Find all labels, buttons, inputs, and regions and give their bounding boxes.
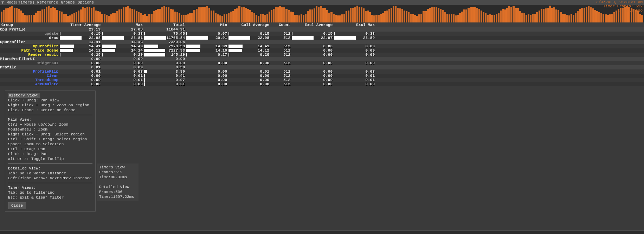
frame-bar[interactable]	[217, 14, 219, 22]
frame-bar[interactable]	[359, 7, 360, 22]
frame-bar[interactable]	[517, 8, 519, 22]
frame-bar[interactable]	[449, 14, 450, 22]
frame-bar[interactable]	[3, 10, 5, 22]
frame-bar[interactable]	[224, 14, 225, 22]
frame-bar[interactable]	[504, 9, 506, 22]
frame-bar[interactable]	[613, 12, 615, 22]
frame-bar[interactable]	[191, 13, 193, 22]
frame-bar[interactable]	[292, 12, 294, 22]
frame-bar[interactable]	[397, 8, 399, 22]
frame-bar[interactable]	[425, 11, 427, 22]
frame-bar[interactable]	[127, 6, 129, 22]
frame-bar[interactable]	[59, 11, 60, 22]
frame-bar[interactable]	[131, 9, 133, 22]
frame-bar[interactable]	[446, 14, 448, 22]
frame-bar[interactable]	[33, 15, 34, 22]
frame-bar[interactable]	[528, 14, 529, 22]
frame-bar[interactable]	[539, 11, 540, 22]
frame-bar[interactable]	[468, 8, 469, 22]
frame-bar[interactable]	[106, 15, 108, 22]
frame-bar[interactable]	[575, 13, 577, 22]
frame-bar[interactable]	[288, 10, 290, 22]
frame-bar[interactable]	[412, 14, 414, 22]
frame-bar[interactable]	[603, 14, 604, 22]
frame-bar[interactable]	[420, 14, 422, 22]
frame-bar[interactable]	[562, 14, 564, 22]
frame-bar[interactable]	[166, 7, 167, 22]
frame-bar[interactable]	[373, 15, 375, 22]
frame-bar[interactable]	[485, 13, 487, 22]
frame-bar[interactable]	[316, 6, 317, 22]
frame-bar[interactable]	[108, 16, 110, 22]
frame-bar[interactable]	[586, 7, 587, 22]
frame-bar[interactable]	[253, 13, 255, 22]
frame-bar[interactable]	[260, 14, 262, 22]
frame-bar[interactable]	[185, 15, 187, 22]
timer-row[interactable]: Accumulate0.000.000.310.000.005120.000.0…	[0, 82, 644, 86]
frame-bar[interactable]	[271, 10, 272, 22]
frame-bar[interactable]	[200, 7, 202, 22]
frame-bar[interactable]	[510, 7, 512, 22]
frame-bar[interactable]	[221, 16, 223, 22]
frame-bar[interactable]	[526, 15, 527, 22]
frame-bar[interactable]	[491, 15, 493, 22]
frame-bar[interactable]	[176, 12, 178, 22]
timer-row[interactable]: Path Trace Scene14.1214.147227.9314.1014…	[0, 48, 644, 53]
frame-bar[interactable]	[159, 9, 161, 22]
frame-bar[interactable]	[140, 13, 142, 22]
frame-bar[interactable]	[365, 11, 367, 22]
frame-bar[interactable]	[418, 14, 420, 22]
frame-bar[interactable]	[384, 11, 386, 22]
frame-bar[interactable]	[215, 13, 217, 22]
frame-bar[interactable]	[356, 6, 358, 22]
frame-bar[interactable]	[391, 8, 392, 22]
frame-bar[interactable]	[97, 11, 99, 22]
frame-bar[interactable]	[193, 10, 195, 22]
frame-bar[interactable]	[414, 15, 416, 22]
frame-bar[interactable]	[320, 6, 322, 22]
frame-bar[interactable]	[378, 15, 380, 22]
frame-bar[interactable]	[99, 12, 101, 22]
frame-bar[interactable]	[157, 9, 159, 22]
frame-bar[interactable]	[134, 9, 135, 22]
frame-bar[interactable]	[269, 12, 270, 22]
frame-bar[interactable]	[566, 15, 568, 22]
frame-bar[interactable]	[489, 14, 491, 22]
frame-bar[interactable]	[472, 7, 474, 22]
timer-row[interactable]: GpuProfiler14.4114.437379.9914.3914.4151…	[0, 44, 644, 48]
frame-bar[interactable]	[427, 9, 429, 22]
frame-bar[interactable]	[234, 9, 236, 22]
frame-bar[interactable]	[170, 9, 172, 22]
frame-bar[interactable]	[71, 14, 73, 22]
group-row[interactable]: MicroProfilerUI0.000.000.00	[0, 57, 644, 61]
frame-bar[interactable]	[273, 9, 275, 22]
frame-bar[interactable]	[592, 8, 594, 22]
frame-bar[interactable]	[470, 7, 472, 22]
frame-bar[interactable]	[494, 15, 495, 22]
frame-bar[interactable]	[611, 14, 613, 22]
group-row[interactable]: GpuProfiler14.4114.437380.04	[0, 40, 644, 44]
frame-bar[interactable]	[348, 11, 349, 22]
frame-bar[interactable]	[350, 8, 352, 22]
frame-bar[interactable]	[226, 14, 227, 22]
frame-bar[interactable]	[219, 15, 221, 22]
frame-bar[interactable]	[545, 8, 547, 22]
frame-bar[interactable]	[515, 8, 517, 22]
frame-bar[interactable]	[506, 8, 508, 22]
frame-bar[interactable]	[52, 7, 54, 22]
frame-bar[interactable]	[65, 14, 67, 22]
frame-bar[interactable]	[46, 7, 47, 22]
frame-bar[interactable]	[35, 13, 37, 22]
frame-bar[interactable]	[275, 7, 277, 22]
frame-bar[interactable]	[551, 8, 553, 22]
frame-bar[interactable]	[121, 9, 122, 22]
frame-bar[interactable]	[324, 8, 326, 22]
frame-bar[interactable]	[82, 7, 84, 22]
frame-bar[interactable]	[543, 9, 545, 22]
frame-bar[interactable]	[641, 15, 643, 22]
frame-bar[interactable]	[577, 11, 579, 22]
frame-bar[interactable]	[187, 14, 189, 22]
frame-bar[interactable]	[281, 7, 283, 22]
frame-bar[interactable]	[123, 7, 124, 22]
frame-bar[interactable]	[487, 15, 489, 22]
